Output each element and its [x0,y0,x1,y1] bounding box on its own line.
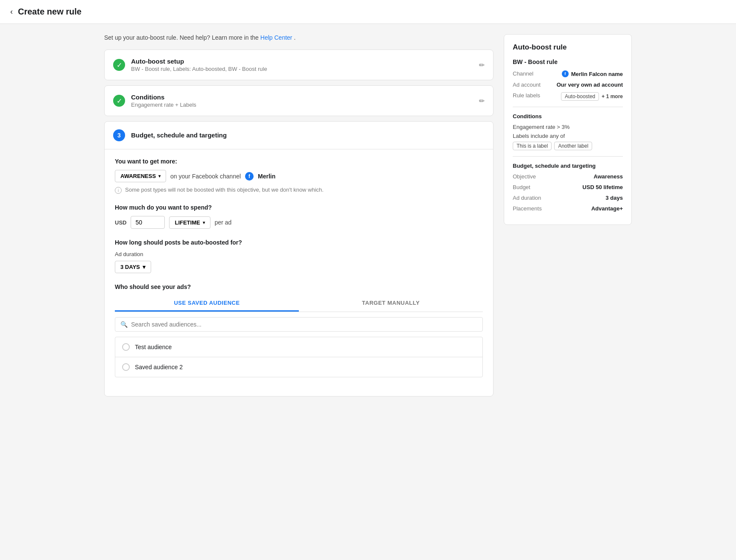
sidebar-engagement: Engagement rate > 3% [513,124,623,130]
sidebar-ad-account-row: Ad account Our very own ad account [513,82,623,88]
auto-boost-edit-button[interactable]: ✏ [479,61,485,69]
sidebar-objective-key: Objective [513,173,555,180]
card-left: ✓ Auto-boost setup BW - Boost rule, Labe… [113,58,267,72]
budget-label: How much do you want to spend? [115,204,483,211]
sidebar-card: Auto-boost rule BW - Boost rule Channel … [504,34,632,225]
section-card-body: You want to get more: AWARENESS ▾ on you… [105,149,493,396]
sidebar-labels-text: Labels include any of [513,133,623,139]
per-ad-text: per ad [215,219,232,226]
audience-tabs: USE SAVED AUDIENCE TARGET MANUALLY [115,295,483,312]
info-row: i Some post types will not be boosted wi… [115,187,483,194]
sidebar-rule-labels-value: Auto-boosted + 1 more [561,92,623,101]
sidebar-ad-account-key: Ad account [513,82,555,88]
audience-group: Who should see your ads? USE SAVED AUDIE… [115,283,483,377]
rule-label-more: + 1 more [602,93,623,99]
help-center-link[interactable]: Help Center [260,34,292,41]
chevron-down-icon-budget: ▾ [203,220,205,225]
back-button[interactable]: ‹ [10,7,13,16]
search-input[interactable] [131,321,477,328]
sidebar-channel-key: Channel [513,70,555,77]
auto-boost-title: Auto-boost setup [131,58,267,65]
list-item[interactable]: Test audience [115,337,482,357]
conditions-card: ✓ Conditions Engagement rate + Labels ✏ [104,85,494,116]
info-icon: i [115,187,122,194]
facebook-icon: f [245,172,254,181]
auto-boost-subtitle: BW - Boost rule, Labels: Auto-boosted, B… [131,66,267,72]
list-item[interactable]: Saved audience 2 [115,357,482,377]
objective-row: AWARENESS ▾ on your Facebook channel f M… [115,170,483,182]
auto-boost-card: ✓ Auto-boost setup BW - Boost rule, Labe… [104,50,494,80]
card-left: ✓ Conditions Engagement rate + Labels [113,93,196,108]
sidebar-duration-row: Ad duration 3 days [513,195,623,201]
chevron-down-icon-duration: ▾ [143,264,146,270]
main-content: Set up your auto-boost rule. Need help? … [104,34,494,402]
budget-title: Budget, schedule and targeting [131,131,227,139]
facebook-icon-sidebar: f [562,70,569,77]
objective-select[interactable]: AWARENESS ▾ [115,170,166,182]
channel-text: on your Facebook channel [170,173,241,180]
card-info-conditions: Conditions Engagement rate + Labels [131,93,196,108]
sidebar-channel-row: Channel f Merlin Falcon name [513,70,623,77]
conditions-title: Conditions [131,93,196,101]
audience-name-1: Test audience [135,344,172,350]
sidebar-ad-account-value: Our very own ad account [557,82,623,88]
sidebar-duration-value: 3 days [606,195,623,201]
search-icon: 🔍 [120,321,128,328]
section-card-header: 3 Budget, schedule and targeting [105,122,493,149]
budget-row: USD LIFETIME ▾ per ad [115,216,483,229]
subtitle: Set up your auto-boost rule. Need help? … [104,34,494,41]
budget-type-select[interactable]: LIFETIME ▾ [169,216,210,229]
sidebar-budget-title: Budget, schedule and targeting [513,163,623,169]
sidebar-placements-key: Placements [513,205,555,212]
sidebar-placements-row: Placements Advantage+ [513,205,623,212]
sidebar-rule-labels-row: Rule labels Auto-boosted + 1 more [513,92,623,101]
sidebar-divider-2 [513,156,623,157]
search-container: 🔍 [115,317,483,332]
sidebar-title: Auto-boost rule [513,43,623,52]
conditions-edit-button[interactable]: ✏ [479,97,485,105]
card-info: Auto-boost setup BW - Boost rule, Labels… [131,58,267,72]
radio-button-1[interactable] [122,343,130,351]
duration-label: How long should posts be auto-boosted fo… [115,239,483,246]
condition-label-tag-2: Another label [554,142,592,150]
page-body: Set up your auto-boost rule. Need help? … [91,24,645,412]
sidebar-label-tags: This is a label Another label [513,142,623,150]
sidebar-budget-row: Budget USD 50 lifetime [513,184,623,190]
tab-use-saved-audience[interactable]: USE SAVED AUDIENCE [115,295,299,312]
audience-label: Who should see your ads? [115,283,483,290]
sidebar-divider-1 [513,107,623,107]
audience-list: Test audience Saved audience 2 [115,337,483,377]
duration-select[interactable]: 3 DAYS ▾ [115,261,151,273]
sidebar-duration-key: Ad duration [513,195,555,201]
sidebar: Auto-boost rule BW - Boost rule Channel … [504,34,632,402]
page-header: ‹ Create new rule [0,0,736,24]
objective-group: You want to get more: AWARENESS ▾ on you… [115,158,483,194]
sidebar-budget-key: Budget [513,184,555,190]
sidebar-budget-value: USD 50 lifetime [582,184,623,190]
sidebar-rule-name: BW - Boost rule [513,58,623,65]
sidebar-objective-row: Objective Awareness [513,173,623,180]
step-number: 3 [113,129,125,141]
channel-name: Merlin [258,173,275,180]
radio-button-2[interactable] [122,363,130,371]
sidebar-placements-value: Advantage+ [591,205,623,212]
condition-label-tag-1: This is a label [513,142,552,150]
tab-target-manually[interactable]: TARGET MANUALLY [299,295,483,312]
budget-input[interactable] [131,216,165,229]
check-icon: ✓ [113,59,125,71]
check-icon-conditions: ✓ [113,95,125,107]
audience-name-2: Saved audience 2 [135,364,183,370]
ad-duration-sublabel: Ad duration [115,251,483,257]
currency-label: USD [115,219,126,226]
budget-section-card: 3 Budget, schedule and targeting You wan… [104,121,494,397]
sidebar-conditions-title: Conditions [513,113,623,120]
sidebar-channel-value: f Merlin Falcon name [562,70,623,77]
conditions-subtitle: Engagement rate + Labels [131,102,196,108]
chevron-down-icon: ▾ [158,174,161,178]
duration-group: How long should posts be auto-boosted fo… [115,239,483,273]
page-title: Create new rule [18,7,82,17]
budget-group: How much do you want to spend? USD LIFET… [115,204,483,229]
sidebar-objective-value: Awareness [594,173,623,180]
rule-label-tag-1: Auto-boosted [561,92,599,101]
objective-label: You want to get more: [115,158,483,165]
